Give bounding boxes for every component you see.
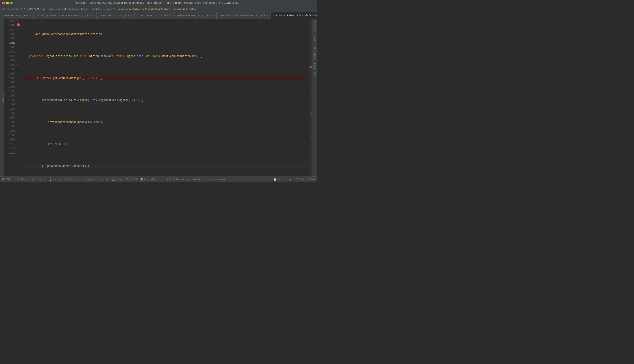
right-tab-database[interactable]: Database <box>313 19 317 34</box>
window-title: spring – AbstractAutowireCapableBeanFact… <box>76 2 241 4</box>
status-build[interactable]: 🔨 Build <box>126 178 137 181</box>
fold-icon[interactable]: ⌄ <box>17 116 19 118</box>
code-line: applyBeanPostProcessorsAfterInitializati… <box>23 32 307 36</box>
status-left: ☰ TODO ⚠ Problems ◎ Profiler 🍃 Spring ▶ … <box>2 178 225 181</box>
status-sequence[interactable]: ⌥ Sequence Diagram <box>82 178 108 181</box>
files-status: All files are up-to-date (5 minutes ago) <box>167 178 225 181</box>
breadcrumb-support[interactable]: support <box>105 8 115 10</box>
tab-configurablelistable[interactable]: ☕ ConfigurableListableBeanFactory.java × <box>34 12 96 19</box>
status-debug[interactable]: 🐛 Debug <box>111 178 122 181</box>
breadcrumb-class[interactable]: ⚙ AbstractAutowireCapableBeanFactory <box>118 8 171 10</box>
close-button[interactable] <box>2 2 5 4</box>
fold-icon[interactable]: ⌄ <box>17 80 19 83</box>
status-spring[interactable]: 🍃 Spring <box>49 178 62 181</box>
editor-tabs: ☕ BeanFactory.java × ☕ ConfigurableLista… <box>0 12 317 19</box>
status-problems[interactable]: ⚠ Problems <box>14 178 28 181</box>
code-line-1786: return null; <box>23 142 307 146</box>
status-right: 📋 Event Log 1787:43 UTF-8 <box>274 178 315 181</box>
status-bar: ☰ TODO ⚠ Problems ◎ Profiler 🍃 Spring ▶ … <box>0 176 317 182</box>
minimize-button[interactable] <box>6 2 9 4</box>
minimap-warning-indicator <box>312 114 312 114</box>
code-line-1787: }, getAccessControlContext()); <box>23 164 307 168</box>
breadcrumb-method[interactable]: ⚙ initializeBean <box>174 8 197 10</box>
line-number-gutter: 1782 1783 1784 1785 1786 1787 1788 1789 … <box>5 19 17 176</box>
status-todo[interactable]: ☰ TODO <box>2 178 11 181</box>
left-sidebar: Project <box>0 19 5 176</box>
right-tab-favorites[interactable]: Favorites <box>313 61 317 78</box>
window-controls[interactable] <box>2 2 13 4</box>
tab-abstractautowire[interactable]: ☕ AbstractAutowireCapableBeanFactory.jav… <box>271 12 317 19</box>
status-event-log[interactable]: 📋 Event Log <box>274 178 291 181</box>
breadcrumb-org[interactable]: org <box>49 8 53 10</box>
right-tool-tabs: Database Maven Structure Favorites <box>312 19 317 176</box>
fold-icon[interactable]: ⌄ <box>17 98 19 101</box>
breakpoint-icon[interactable]: ● <box>17 23 20 26</box>
tab-defaultlifecycle[interactable]: ☕ DefaultLifecycleProcessor.java × <box>217 12 271 19</box>
scrollbar-thumb[interactable] <box>310 66 312 68</box>
fold-icon[interactable]: ⌄ <box>17 63 19 66</box>
fold-icon[interactable]: ⌄ <box>17 89 19 92</box>
status-profiler[interactable]: ◎ Profiler <box>32 178 46 181</box>
code-line-1784: AccessController.doPrivileged((Privilege… <box>23 98 307 102</box>
fold-icon[interactable]: ⌄ <box>17 67 19 70</box>
status-line-col: 1787:43 <box>294 178 304 181</box>
right-tab-structure[interactable]: Structure <box>313 45 317 61</box>
tab-beandefinition[interactable]: ☕ BeanDefinition.java × <box>97 12 135 19</box>
fold-icon[interactable]: ⌄ <box>17 41 19 44</box>
scrollbar-minimap[interactable] <box>310 19 312 176</box>
fold-icon[interactable]: ⌄ <box>17 50 19 52</box>
tab-defaultsingleton[interactable]: ☕ DefaultSingletonBeanRegistry.java × <box>158 12 217 19</box>
code-content: applyBeanPostProcessorsAfterInitializati… <box>21 19 310 176</box>
right-tab-maven[interactable]: Maven <box>313 34 317 45</box>
minimap-error-indicator <box>312 137 312 138</box>
code-editor[interactable]: 1782 1783 1784 1785 1786 1787 1788 1789 … <box>5 19 312 176</box>
code-line-1785: invokeAwareMethods(beanName, bean); <box>23 120 307 124</box>
code-line-1782: protected Object initializeBean(final St… <box>23 54 307 58</box>
maximize-button[interactable] <box>10 2 13 4</box>
breadcrumb-factory[interactable]: factory <box>92 8 102 10</box>
tab-beanfactory[interactable]: ☕ BeanFactory.java × <box>0 12 34 19</box>
breadcrumb-springframework[interactable]: springframework <box>56 8 78 10</box>
fold-icon[interactable]: ⌄ <box>17 45 19 48</box>
gutter-icons: ● ⌄ ⌄ ⌄ ⌄ ⌄ ⌄ ⌄ ⌄ ⌄ ⌄ ⌄ ⌄ ⌄ <box>17 19 21 176</box>
status-terminal[interactable]: ▶ Terminal <box>65 178 79 181</box>
minimap-error-indicator <box>312 90 312 90</box>
breadcrumb-beans[interactable]: beans <box>81 8 89 10</box>
fold-icon[interactable]: ⌄ <box>17 19 19 22</box>
tab-test[interactable]: ☕ Test.java × <box>135 12 158 19</box>
fold-icon[interactable]: ⌄ <box>17 28 19 30</box>
code-line-1783: if (System.getSecurityManager() != null)… <box>23 76 307 80</box>
fold-icon[interactable]: ⌄ <box>17 129 19 132</box>
breadcrumb-jar[interactable]: spring-beans-5.2.1.RELEASE.jar <box>2 8 45 10</box>
status-dependencies[interactable]: 📦 Dependencies <box>140 178 162 181</box>
breadcrumb: spring-beans-5.2.1.RELEASE.jar › org › s… <box>0 6 317 12</box>
status-encoding: UTF-8 <box>308 178 315 181</box>
minimap-error-indicator <box>312 43 312 43</box>
fold-icon[interactable]: ⌄ <box>17 142 19 145</box>
titlebar: spring – AbstractAutowireCapableBeanFact… <box>0 0 317 6</box>
